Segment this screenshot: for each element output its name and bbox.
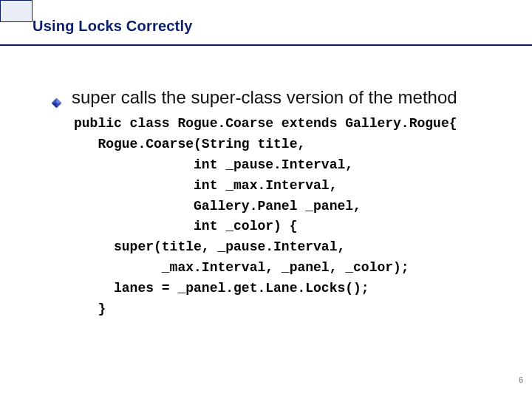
- slide-title: Using Locks Correctly: [33, 18, 193, 35]
- bullet-row: super calls the super-class version of t…: [52, 87, 502, 108]
- diamond-bullet-icon: [52, 98, 61, 108]
- page-number: 6: [519, 375, 523, 384]
- slide: Using Locks Correctly super calls the su…: [0, 0, 532, 399]
- slide-body: super calls the super-class version of t…: [52, 87, 502, 320]
- code-block: public class Rogue.Coarse extends Galler…: [74, 114, 502, 320]
- header-rule: [0, 44, 532, 46]
- bullet-text: super calls the super-class version of t…: [72, 87, 457, 108]
- header-corner-square: [0, 0, 33, 22]
- header-band: Using Locks Correctly: [0, 0, 532, 46]
